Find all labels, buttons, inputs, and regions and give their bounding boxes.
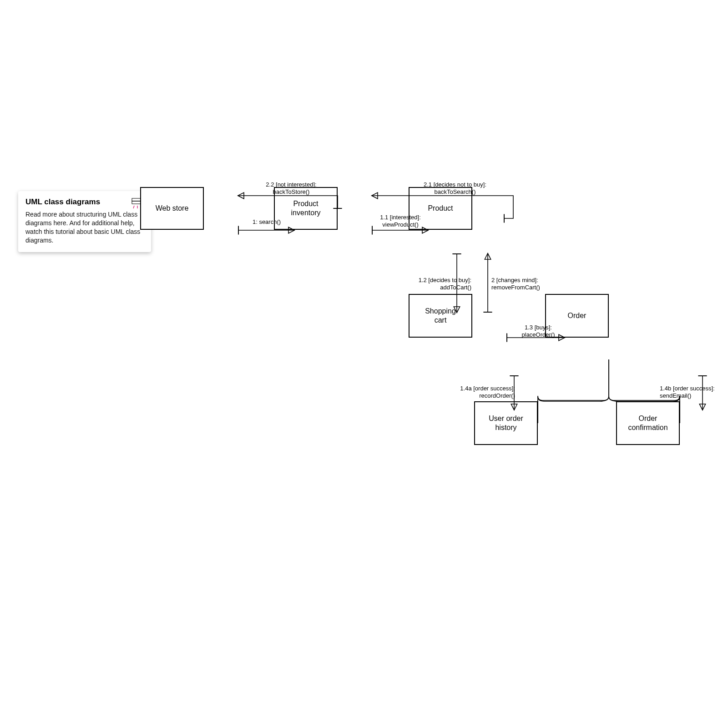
info-card[interactable]: UML class diagrams Read more about struc… [18, 191, 151, 252]
node-confirm[interactable]: Order confirmation [616, 401, 680, 445]
label-backtosearch: 2.1 [decides not to buy]: backToSearch() [410, 181, 500, 196]
node-history[interactable]: User order history [474, 401, 538, 445]
label-backtostore: 2.2 [not interested]: backToStore() [250, 181, 332, 196]
svg-line-2 [133, 206, 134, 208]
label-viewproduct: 1.1 [interested]: viewProduct() [373, 214, 428, 229]
label-placeorder: 1.3 [buys]: placeOrder() [513, 324, 563, 339]
arrows-layer [0, 0, 728, 728]
info-card-body: Read more about structuring UML class di… [25, 210, 144, 245]
label-sendemail: 1.4b [order success]: sendEmail() [660, 385, 728, 400]
diagram-canvas: UML class diagrams Read more about struc… [0, 0, 728, 728]
label-search: 1: search() [248, 218, 285, 226]
node-web-store[interactable]: Web store [140, 187, 204, 230]
label-removefromcart: 2 [changes mind]: removeFromCart() [491, 277, 569, 292]
label-addtocart: 1.2 [decides to buy]: addToCart() [389, 277, 471, 292]
info-card-title: UML class diagrams [25, 197, 100, 207]
label-recordorder: 1.4a [order success]: recordOrder() [433, 385, 515, 400]
node-cart[interactable]: Shopping cart [409, 294, 472, 338]
